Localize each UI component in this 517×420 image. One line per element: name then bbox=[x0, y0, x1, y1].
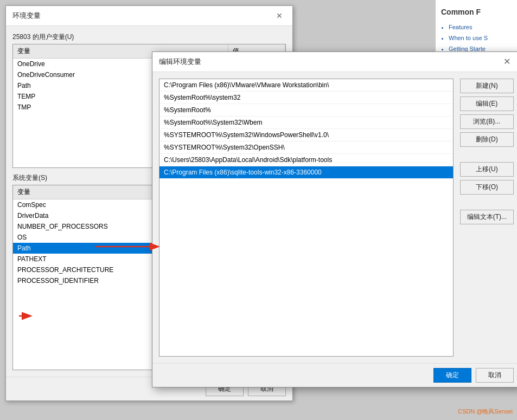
panel-title: Common F bbox=[441, 5, 512, 19]
edit-dialog-body: C:\Program Files (x86)\VMware\VMware Wor… bbox=[152, 72, 517, 363]
delete-path-button[interactable]: 删除(D) bbox=[460, 132, 514, 147]
edit-dialog-title: 编辑环境变量 bbox=[159, 57, 201, 67]
list-item[interactable]: %SYSTEMROOT%\System32\WindowsPowerShell\… bbox=[159, 129, 453, 141]
edit-path-button[interactable]: 编辑(E) bbox=[460, 96, 514, 111]
list-item[interactable]: %SystemRoot%\system32 bbox=[159, 92, 453, 104]
list-item[interactable]: %SystemRoot% bbox=[159, 104, 453, 117]
edit-ok-button[interactable]: 确定 bbox=[433, 368, 471, 383]
list-item[interactable]: %SYSTEMROOT%\System32\OpenSSH\ bbox=[159, 141, 453, 154]
env-dialog-close-button[interactable]: ✕ bbox=[273, 10, 286, 21]
env-dialog-titlebar: 环境变量 ✕ bbox=[6, 6, 292, 26]
move-down-button[interactable]: 下移(O) bbox=[460, 180, 514, 195]
panel-item: Features bbox=[449, 22, 512, 33]
edit-dialog-titlebar: 编辑环境变量 ✕ bbox=[152, 52, 517, 72]
browse-path-button[interactable]: 浏览(B)... bbox=[460, 114, 514, 129]
edit-cancel-button[interactable]: 取消 bbox=[476, 368, 514, 383]
new-path-button[interactable]: 新建(N) bbox=[460, 79, 514, 93]
edit-text-button[interactable]: 编辑文本(T)... bbox=[460, 210, 514, 224]
watermark: CSDN @晚风Sensei bbox=[458, 408, 513, 416]
move-up-button[interactable]: 上移(U) bbox=[460, 162, 514, 177]
list-item[interactable]: C:\Users\25803\AppData\Local\Android\Sdk… bbox=[159, 154, 453, 166]
list-item[interactable]: C:\Program Files (x86)\sqlite-tools-win3… bbox=[159, 166, 453, 179]
path-list-container[interactable]: C:\Program Files (x86)\VMware\VMware Wor… bbox=[159, 79, 454, 357]
list-item[interactable]: C:\Program Files (x86)\VMware\VMware Wor… bbox=[159, 79, 453, 92]
list-item[interactable]: %SystemRoot%\System32\Wbem bbox=[159, 117, 453, 129]
panel-item: When to use S bbox=[449, 33, 512, 44]
user-section-label: 25803 的用户变量(U) bbox=[12, 33, 286, 42]
env-dialog-title: 环境变量 bbox=[12, 11, 41, 21]
edit-env-dialog: 编辑环境变量 ✕ C:\Program Files (x86)\VMware\V… bbox=[152, 51, 517, 387]
edit-dialog-close-button[interactable]: ✕ bbox=[500, 56, 514, 67]
edit-dialog-bottom-buttons: 确定 取消 bbox=[152, 363, 517, 387]
path-list: C:\Program Files (x86)\VMware\VMware Wor… bbox=[159, 79, 453, 179]
edit-dialog-buttons: 新建(N) 编辑(E) 浏览(B)... 删除(D) 上移(U) 下移(O) 编… bbox=[460, 79, 514, 357]
